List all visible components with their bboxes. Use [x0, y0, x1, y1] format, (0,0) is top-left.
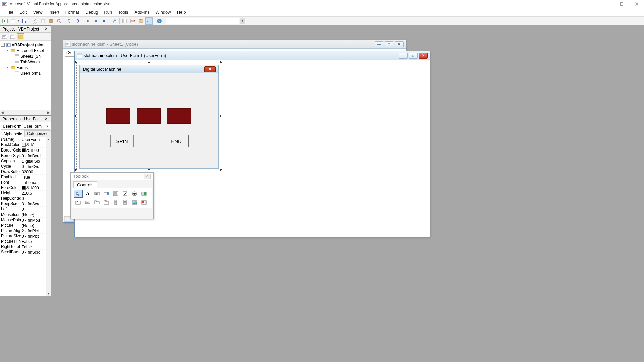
toolbox-scrollbar[interactable]: [111, 198, 120, 206]
property-row[interactable]: CaptionDigital Slo: [0, 159, 51, 164]
userform-body[interactable]: SPIN END: [80, 73, 218, 168]
app-minimize-button[interactable]: [599, 0, 614, 8]
toolbox-combobox[interactable]: [102, 190, 111, 198]
resize-handle[interactable]: [75, 115, 77, 117]
property-row[interactable]: EnabledTrue: [0, 175, 51, 180]
property-row[interactable]: BorderStyle0 - fmBord: [0, 153, 51, 159]
slot-reel-2[interactable]: [137, 108, 161, 124]
code-close[interactable]: ✕: [395, 41, 404, 47]
toolbox-frame[interactable]: xy: [74, 198, 83, 206]
designer-selection-frame[interactable]: Digital Slot Machine ✕ SPIN END: [76, 62, 221, 170]
toolbox-tabstrip[interactable]: [93, 198, 101, 206]
property-row[interactable]: BorderColor&H800: [0, 148, 51, 153]
toolbox-label[interactable]: A: [83, 190, 92, 198]
tb-copy[interactable]: [39, 17, 47, 25]
toolbox-textbox[interactable]: ab: [93, 190, 101, 198]
property-row[interactable]: HelpContext0: [0, 196, 51, 201]
tree-thisworkbook[interactable]: ThisWorkb: [1, 59, 50, 65]
menu-window[interactable]: Window: [152, 9, 174, 16]
toolbox-commandbutton[interactable]: ab: [83, 198, 92, 206]
tb-insert-userform[interactable]: [9, 17, 17, 25]
proj-toggle-folders[interactable]: [17, 33, 24, 40]
tree-toggle-icon[interactable]: −: [6, 66, 9, 69]
resize-handle[interactable]: [220, 169, 222, 171]
menu-debug[interactable]: Debug: [82, 9, 101, 16]
menu-file[interactable]: File: [3, 9, 16, 16]
tb-procedure-dropdown-arrow[interactable]: ▼: [240, 18, 245, 24]
tb-find[interactable]: [55, 17, 63, 25]
userform-preview[interactable]: Digital Slot Machine ✕ SPIN END: [79, 65, 219, 169]
property-row[interactable]: RightToLefFalse: [0, 244, 51, 250]
userform-close-button[interactable]: ✕: [204, 66, 216, 72]
app-close-button[interactable]: [629, 0, 644, 8]
toolbox-close[interactable]: ✕: [144, 174, 151, 179]
form-minimize[interactable]: —: [399, 53, 408, 59]
form-window-titlebar[interactable]: slotmachine.xlsm - UserForm1 (UserForm) …: [75, 51, 430, 60]
property-row[interactable]: PictureTilinFalse: [0, 239, 51, 244]
form-maximize[interactable]: □: [409, 53, 418, 59]
menu-run[interactable]: Run: [101, 9, 115, 16]
tb-properties[interactable]: [129, 17, 137, 25]
property-row[interactable]: ScrollBars0 - fmScro: [0, 250, 51, 255]
toolbox-image[interactable]: [130, 198, 139, 206]
tb-toolbox[interactable]: [145, 17, 153, 25]
slot-reel-3[interactable]: [167, 108, 191, 124]
toolbox-checkbox[interactable]: [121, 190, 129, 198]
tree-forms[interactable]: − Forms: [1, 65, 50, 70]
project-tree[interactable]: − VBAProject (slot − Microsoft Excel She…: [0, 41, 51, 77]
properties-object-selector[interactable]: UserForm UserForm ▼: [1, 123, 50, 130]
toolbox-togglebutton[interactable]: [140, 190, 148, 198]
property-row[interactable]: (Name)UserForm: [0, 137, 51, 142]
toolbox-spinbutton[interactable]: [121, 198, 129, 206]
menu-tools[interactable]: Tools: [115, 9, 131, 16]
menu-addins[interactable]: Add-Ins: [131, 9, 153, 16]
tb-cut[interactable]: [31, 17, 39, 25]
properties-close[interactable]: ✕: [43, 116, 49, 122]
tb-run[interactable]: [84, 17, 92, 25]
property-row[interactable]: Picture(None): [0, 223, 51, 228]
project-scrollbar-h[interactable]: ◀▶: [0, 110, 51, 115]
menu-insert[interactable]: Insert: [45, 9, 62, 16]
tb-undo[interactable]: [66, 17, 73, 25]
menu-edit[interactable]: Edit: [16, 9, 30, 16]
tb-procedure-dropdown[interactable]: [166, 18, 239, 24]
property-row[interactable]: MousePoint0 - fmMou: [0, 218, 51, 223]
property-row[interactable]: Cycle0 - fmCyc: [0, 164, 51, 169]
toolbox-window[interactable]: Toolbox ✕ Controls A ab xy ab: [70, 172, 154, 219]
tb-dropdown-arrow[interactable]: ▼: [17, 19, 20, 22]
code-minimize[interactable]: —: [375, 41, 383, 47]
dropdown-arrow-icon[interactable]: ▼: [45, 125, 50, 128]
project-panel-close[interactable]: ✕: [43, 26, 49, 32]
tb-reset[interactable]: [100, 17, 108, 25]
tab-categorized[interactable]: Categorized: [24, 130, 51, 137]
resize-handle[interactable]: [75, 169, 77, 171]
resize-handle[interactable]: [220, 115, 222, 117]
property-row[interactable]: PictureSize0 - fmPict: [0, 234, 51, 239]
properties-grid[interactable]: (Name)UserFormBackColor&H8▼BorderColor&H…: [0, 137, 51, 296]
resize-handle[interactable]: [220, 61, 222, 63]
property-row[interactable]: ForeColor&H800: [0, 185, 51, 191]
tb-break[interactable]: [92, 17, 100, 25]
property-row[interactable]: DrawBuffer32000: [0, 169, 51, 175]
app-maximize-button[interactable]: [614, 0, 629, 8]
tree-root[interactable]: − VBAProject (slot: [1, 42, 50, 48]
tree-toggle-icon[interactable]: −: [6, 49, 9, 52]
tb-object-browser[interactable]: [137, 17, 145, 25]
tb-project-explorer[interactable]: [121, 17, 128, 25]
property-row[interactable]: KeepScrollB3 - fmScro: [0, 201, 51, 207]
tab-alphabetic[interactable]: Alphabetic: [1, 131, 24, 137]
tb-design-mode[interactable]: [111, 17, 118, 25]
property-row[interactable]: FontTahoma: [0, 180, 51, 185]
toolbox-optionbutton[interactable]: [130, 190, 139, 198]
property-row[interactable]: MouseIcon(None): [0, 212, 51, 218]
toolbox-multipage[interactable]: [102, 198, 111, 206]
menu-help[interactable]: Help: [174, 9, 189, 16]
toolbox-listbox[interactable]: [111, 190, 120, 198]
property-row[interactable]: Height210.5: [0, 191, 51, 196]
property-row[interactable]: Left0: [0, 207, 51, 212]
resize-handle[interactable]: [75, 61, 77, 63]
end-button[interactable]: END: [165, 135, 188, 147]
toolbox-refedit[interactable]: [140, 198, 148, 206]
code-maximize[interactable]: □: [385, 41, 393, 47]
toolbox-pointer[interactable]: [74, 190, 83, 198]
